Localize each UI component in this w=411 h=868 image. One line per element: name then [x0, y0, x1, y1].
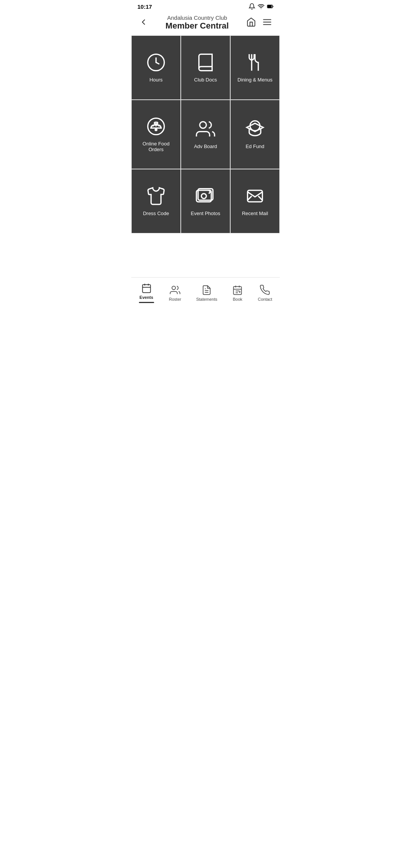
event-photos-label: Event Photos — [191, 211, 220, 216]
dress-code-label: Dress Code — [143, 211, 169, 216]
hours-label: Hours — [150, 77, 163, 83]
svg-point-23 — [172, 286, 175, 289]
svg-rect-18 — [248, 190, 263, 202]
dining-menus-label: Dining & Menus — [237, 77, 272, 83]
svg-point-10 — [155, 129, 157, 130]
roster-icon — [170, 285, 180, 295]
events-icon — [141, 283, 152, 294]
recent-mail-label: Recent Mail — [242, 211, 268, 216]
statements-icon — [201, 285, 212, 295]
grid-item-hours[interactable]: Hours — [131, 35, 181, 100]
grid-item-ed-fund[interactable]: Ed Fund — [230, 100, 280, 169]
wifi-icon — [258, 3, 264, 10]
clock-icon — [146, 53, 166, 72]
shirt-icon — [146, 186, 166, 206]
book-icon — [196, 53, 215, 72]
ed-fund-label: Ed Fund — [245, 144, 264, 149]
utensils-icon — [245, 53, 265, 72]
home-button[interactable] — [245, 16, 258, 30]
nav-item-contact[interactable]: Contact — [253, 283, 277, 303]
svg-rect-26 — [234, 286, 242, 294]
mail-icon — [245, 186, 265, 206]
contact-nav-label: Contact — [258, 297, 272, 302]
photos-icon — [196, 186, 215, 206]
club-name: Andalusia Country Club — [150, 14, 245, 21]
roster-nav-label: Roster — [169, 297, 181, 302]
header: Andalusia Country Club Member Central — [131, 11, 280, 35]
grid-item-event-photos[interactable]: Event Photos — [181, 169, 230, 233]
svg-rect-2 — [268, 5, 272, 8]
empty-area — [131, 233, 280, 278]
book-nav-icon — [232, 285, 243, 295]
page-title: Member Central — [150, 21, 245, 31]
club-docs-label: Club Docs — [194, 77, 217, 83]
nav-item-roster[interactable]: Roster — [164, 283, 186, 303]
people-icon — [196, 119, 215, 139]
grid-item-recent-mail[interactable]: Recent Mail — [230, 169, 280, 233]
status-bar: 10:17 — [131, 0, 280, 11]
nav-item-events[interactable]: Events — [134, 281, 159, 305]
grid-item-adv-board[interactable]: Adv Board — [181, 100, 230, 169]
book-nav-label: Book — [233, 297, 242, 302]
online-food-orders-label: Online Food Orders — [135, 141, 177, 152]
menu-grid: Hours Club Docs Dining & Menus Online — [131, 35, 280, 233]
nav-item-statements[interactable]: Statements — [191, 283, 222, 303]
grid-item-club-docs[interactable]: Club Docs — [181, 35, 230, 100]
svg-point-0 — [261, 8, 261, 9]
header-center: Andalusia Country Club Member Central — [150, 14, 245, 31]
back-button[interactable] — [137, 16, 150, 29]
svg-rect-12 — [155, 122, 158, 124]
status-time: 10:17 — [137, 3, 152, 10]
contact-icon — [260, 285, 270, 295]
svg-rect-19 — [142, 285, 150, 293]
events-active-bar — [139, 302, 154, 303]
notification-icon — [249, 3, 255, 10]
grid-item-dress-code[interactable]: Dress Code — [131, 169, 181, 233]
nav-item-book[interactable]: Book — [228, 283, 247, 303]
svg-point-13 — [200, 122, 206, 128]
bottom-nav: Events Roster Statements — [131, 277, 280, 312]
adv-board-label: Adv Board — [194, 144, 217, 149]
menu-button[interactable] — [261, 16, 274, 30]
grid-item-online-food-orders[interactable]: Online Food Orders — [131, 100, 181, 169]
battery-icon — [267, 3, 274, 10]
food-order-icon — [146, 116, 166, 136]
grid-item-dining-menus[interactable]: Dining & Menus — [230, 35, 280, 100]
graduation-icon — [245, 119, 265, 139]
statements-nav-label: Statements — [196, 297, 217, 302]
svg-point-17 — [201, 193, 206, 198]
events-nav-label: Events — [140, 295, 153, 300]
status-icons — [249, 3, 274, 10]
